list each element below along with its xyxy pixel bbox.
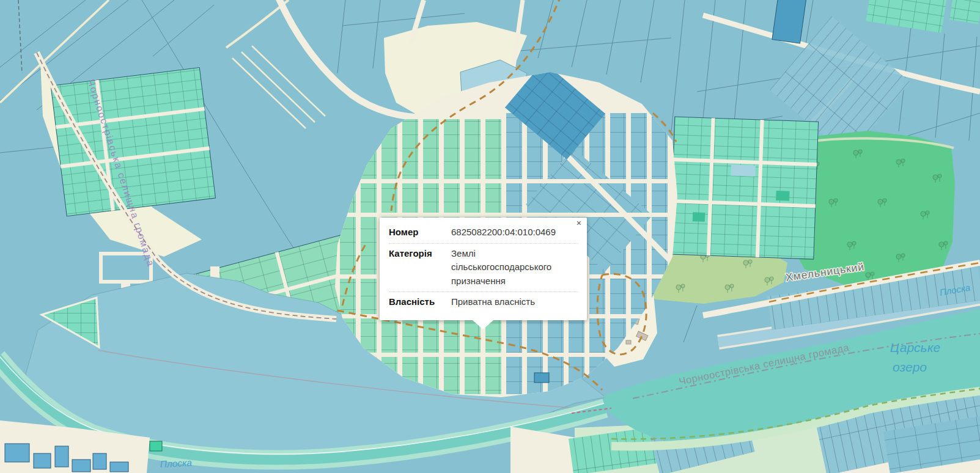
popup-row-number: Номер 6825082200:04:010:0469	[389, 222, 578, 243]
mint-cluster-right	[670, 117, 819, 259]
popup-row-ownership: Власність Приватна власність	[389, 292, 578, 313]
parcel-number-value: 6825082200:04:010:0469	[442, 226, 556, 240]
popup-row-label: Власність	[389, 295, 442, 309]
popup-row-label: Категорія	[389, 247, 442, 261]
lake-label-line2: озеро	[893, 360, 927, 374]
parcel-info-popup: × Номер 6825082200:04:010:0469 Категорія…	[380, 218, 587, 320]
river-label-bottom: Плоска	[160, 457, 192, 469]
popup-row-category: Категорія Землі сільськогосподарського п…	[389, 243, 578, 292]
popup-row-label: Номер	[389, 226, 442, 240]
parcel-category-value: Землі сільськогосподарського призначення	[442, 247, 578, 288]
lake-label-line1: Царське	[890, 340, 940, 354]
parcel-ownership-value: Приватна власність	[442, 295, 535, 309]
cadastral-map-app: Чорноострівська селищна громада Хмельниц…	[0, 0, 980, 473]
close-icon[interactable]: ×	[577, 219, 581, 227]
